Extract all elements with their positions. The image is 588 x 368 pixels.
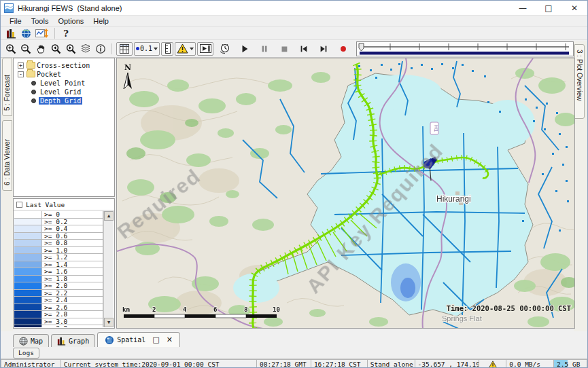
legend-swatch bbox=[14, 318, 41, 326]
main-toolbar: ? bbox=[1, 27, 587, 40]
minimize-button[interactable]: — bbox=[510, 1, 536, 16]
maximize-button[interactable]: □ bbox=[536, 1, 561, 16]
map-display-button[interactable] bbox=[18, 26, 33, 40]
contour-interval-value: 0.1 bbox=[140, 45, 152, 52]
warning-icon bbox=[177, 43, 188, 54]
legend-swatch bbox=[14, 233, 41, 240]
legend-scrollbar[interactable]: ▲ ▼ bbox=[103, 211, 114, 327]
logs-button[interactable]: Logs bbox=[13, 348, 39, 358]
scroll-down-icon[interactable]: ▼ bbox=[104, 318, 114, 327]
step-forward-button[interactable] bbox=[316, 42, 331, 56]
tree-item-level-point[interactable]: Level Point bbox=[31, 79, 114, 87]
zoom-next-button[interactable] bbox=[63, 42, 78, 56]
record-icon bbox=[339, 44, 348, 54]
status-bar: Administrator Current system time:2020-0… bbox=[1, 358, 587, 368]
status-coordinates: -35.657 , 174.199 bbox=[415, 359, 479, 368]
tree-label-selected: Depth Grid bbox=[39, 97, 82, 105]
right-tab-strip: 3 : Plot Overview bbox=[574, 41, 587, 331]
application-window: Hikurangi FEWS (Stand alone) — □ ✕ File … bbox=[0, 0, 588, 368]
title-bar: Hikurangi FEWS (Stand alone) — □ ✕ bbox=[1, 1, 587, 16]
legend-row[interactable]: >= 3.2 bbox=[14, 325, 103, 327]
slider-handle[interactable] bbox=[359, 43, 364, 51]
legend-swatch bbox=[14, 290, 41, 297]
timeseries-button[interactable] bbox=[33, 26, 51, 40]
menu-item-tools[interactable]: Tools bbox=[27, 16, 54, 26]
legend-row[interactable]: >= 2.4 bbox=[14, 297, 103, 304]
deep-water-patch bbox=[391, 263, 421, 301]
layers-button[interactable] bbox=[78, 42, 93, 56]
tab-graph[interactable]: Graph bbox=[51, 334, 95, 347]
tree-item-cross-section[interactable]: + Cross-section bbox=[18, 61, 114, 69]
legend-title: Last Value bbox=[26, 201, 65, 208]
last-value-checkbox[interactable] bbox=[16, 202, 22, 208]
tab-label: Map bbox=[31, 337, 43, 345]
animation-player-button[interactable] bbox=[197, 42, 213, 56]
town-label: Hikurangi bbox=[436, 194, 471, 204]
step-back-button[interactable] bbox=[296, 42, 311, 56]
status-gmt-time: 08:27:18 GMT bbox=[256, 359, 311, 368]
scroll-up-icon[interactable]: ▲ bbox=[104, 211, 114, 221]
legend-value: >= 0.4 bbox=[41, 225, 103, 233]
tree-item-pocket[interactable]: - Pocket bbox=[18, 70, 114, 78]
info-button[interactable] bbox=[93, 42, 108, 56]
bullet-icon bbox=[31, 90, 36, 94]
legend-value: >= 2.0 bbox=[41, 282, 103, 290]
legend-row[interactable]: >= 1.2 bbox=[14, 254, 103, 261]
tree-label: Cross-section bbox=[35, 62, 91, 69]
collapse-icon[interactable]: - bbox=[18, 71, 24, 77]
legend-row[interactable]: >= 0.8 bbox=[14, 240, 103, 247]
zoom-in-icon bbox=[5, 43, 16, 54]
status-warning[interactable] bbox=[479, 359, 506, 368]
legend-value: >= 2.8 bbox=[41, 311, 103, 318]
play-button[interactable] bbox=[237, 42, 252, 56]
zoom-in-button[interactable] bbox=[3, 42, 18, 56]
menu-item-options[interactable]: Options bbox=[53, 16, 88, 26]
globe-icon bbox=[21, 29, 31, 39]
contour-interval-dropdown[interactable]: 0.1 bbox=[134, 42, 160, 56]
menu-item-file[interactable]: File bbox=[5, 16, 27, 26]
folder-icon bbox=[27, 71, 35, 77]
legend-swatch bbox=[14, 225, 41, 233]
legend-swatch bbox=[14, 240, 41, 247]
zoom-out-button[interactable] bbox=[18, 42, 33, 56]
tab-forecast[interactable]: 5 : Forecast bbox=[2, 58, 12, 116]
expand-icon[interactable]: + bbox=[18, 62, 24, 69]
legend-row[interactable]: >= 2.0 bbox=[14, 282, 103, 290]
record-button[interactable] bbox=[336, 42, 351, 56]
legend-row[interactable]: >= 2.8 bbox=[14, 311, 103, 318]
time-range-bar bbox=[360, 52, 569, 55]
tab-map[interactable]: Map bbox=[13, 334, 49, 347]
tab-close-icon[interactable]: ✕ bbox=[167, 335, 173, 344]
legend-swatch bbox=[14, 325, 41, 327]
time-slider[interactable] bbox=[356, 41, 574, 56]
tree-item-level-grid[interactable]: Level Grid bbox=[31, 88, 114, 96]
svg-text:N: N bbox=[124, 63, 131, 72]
zoom-previous-button[interactable] bbox=[48, 42, 63, 56]
tab-data-viewer[interactable]: 6 : Data Viewer bbox=[2, 120, 12, 191]
spatial-map[interactable]: H1 bbox=[116, 58, 575, 329]
menu-item-help[interactable]: Help bbox=[88, 16, 114, 26]
legend-swatch bbox=[14, 268, 41, 276]
legend-row[interactable]: >= 0.4 bbox=[14, 225, 103, 233]
tab-maximize-icon[interactable]: □ bbox=[152, 335, 159, 344]
pan-button[interactable] bbox=[33, 42, 48, 56]
scale-bar-button[interactable] bbox=[161, 42, 173, 56]
tab-plot-overview[interactable]: 3 : Plot Overview bbox=[574, 44, 585, 119]
legend-row[interactable]: >= 1.6 bbox=[14, 268, 103, 276]
close-button[interactable]: ✕ bbox=[561, 1, 587, 16]
tree-item-depth-grid[interactable]: Depth Grid bbox=[31, 96, 114, 105]
legend-row[interactable]: >= 0 bbox=[14, 211, 103, 219]
pause-button[interactable] bbox=[257, 42, 272, 56]
warnings-dropdown[interactable] bbox=[175, 42, 196, 56]
bar-chart-icon bbox=[6, 29, 16, 39]
tab-spatial-active[interactable]: Spatial □ ✕ bbox=[97, 332, 180, 347]
timer-clock-icon bbox=[219, 43, 230, 54]
layer-tree-panel: + Cross-section - Pocket Level Point Lev… bbox=[13, 58, 115, 197]
reports-button[interactable] bbox=[3, 26, 18, 40]
animation-speed-button[interactable] bbox=[217, 42, 232, 56]
legend-swatch bbox=[14, 304, 41, 312]
grid-display-button[interactable] bbox=[116, 42, 133, 56]
stop-button[interactable] bbox=[277, 42, 292, 56]
help-button[interactable]: ? bbox=[58, 26, 73, 40]
scale-tick: 10 bbox=[273, 306, 280, 313]
